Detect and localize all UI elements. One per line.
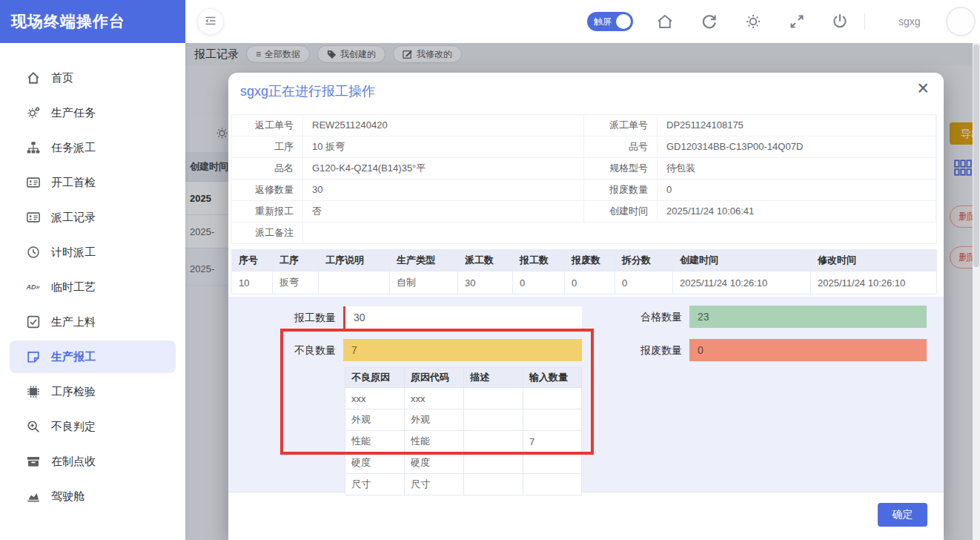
spec-model: 待包装 — [658, 158, 936, 180]
sidebar-item-label: 驾驶舱 — [51, 490, 85, 504]
info-label: 品名 — [232, 158, 303, 180]
defect-reason: 硬度 — [345, 452, 405, 474]
sidebar-item-first-inspection[interactable]: 开工首检 — [10, 166, 176, 199]
qualified-qty-label: 合格数量 — [615, 311, 682, 324]
avatar[interactable] — [946, 7, 976, 36]
defect-reason-table: 不良原因 原因代码 描述 输入数量 xxx xxx 外观 外观 — [345, 367, 582, 495]
defect-qty-field[interactable]: 7 — [343, 339, 582, 361]
sidebar-item-defect-judgement[interactable]: 不良判定 — [10, 410, 176, 443]
id-card-icon — [26, 211, 40, 225]
cell-dispatch-qty: 30 — [458, 271, 513, 294]
part-no: GD120314BB-C13P00-14Q07D — [658, 136, 936, 158]
qualified-qty-field[interactable]: 23 — [689, 306, 927, 328]
power-icon[interactable] — [831, 13, 849, 30]
check-square-icon — [26, 315, 40, 329]
input-qty-cell[interactable]: 7 — [523, 431, 582, 452]
dispatch-remark — [303, 223, 936, 244]
col-header: 描述 — [464, 368, 523, 388]
sidebar-item-label: 生产报工 — [51, 350, 96, 364]
quantity-form: 报工数量 30 合格数量 23 不良数量 7 报废数量 0 不良原因 原因代码 … — [228, 297, 944, 493]
cell-created-time: 2025/11/24 10:26:10 — [673, 271, 811, 294]
input-qty-cell[interactable] — [523, 452, 582, 474]
col-header: 生产类型 — [390, 250, 458, 271]
sidebar-item-material-loading[interactable]: 生产上料 — [10, 306, 176, 338]
defect-reason: 外观 — [345, 409, 405, 431]
sidebar-item-cockpit[interactable]: 驾驶舱 — [10, 480, 176, 513]
sidebar-item-timed-dispatch[interactable]: 计时派工 — [10, 236, 176, 269]
report-qty-label: 报工数量 — [269, 312, 336, 325]
col-header: 派工数 — [458, 250, 513, 271]
reason-code: 硬度 — [405, 452, 464, 474]
part-name: G120-K4-QZ14(B14)35°平 — [303, 158, 584, 180]
sidebar-item-production-tasks[interactable]: 生产任务 — [10, 96, 176, 129]
info-label: 品号 — [584, 136, 658, 158]
sidebar-item-wip-receiving[interactable]: 在制点收 — [10, 445, 176, 478]
cell-process-desc — [319, 271, 390, 294]
defect-row: xxx xxx — [345, 388, 582, 409]
scrap-qty-info: 0 — [658, 180, 936, 201]
id-card-icon — [26, 176, 40, 190]
home-icon — [26, 71, 40, 85]
collapse-icon — [203, 13, 218, 30]
report-qty-input[interactable]: 30 — [343, 306, 582, 329]
sidebar-item-task-dispatch[interactable]: 任务派工 — [10, 131, 176, 164]
sidebar-item-label: 临时工艺 — [51, 280, 96, 294]
cell-split-qty: 0 — [615, 271, 673, 294]
cell-scrap-qty: 0 — [565, 271, 615, 294]
sidebar-item-temp-process[interactable]: AD» 临时工艺 — [10, 271, 176, 303]
sidebar-item-label: 任务派工 — [51, 141, 96, 155]
cell-seq: 10 — [232, 271, 273, 294]
fullscreen-icon[interactable] — [788, 13, 806, 30]
info-label: 工序 — [232, 136, 303, 158]
col-header: 序号 — [232, 250, 273, 271]
process-table-header: 序号 工序 工序说明 生产类型 派工数 报工数 报废数 拆分数 创建时间 修改时… — [232, 250, 937, 271]
defect-row: 尺寸 尺寸 — [345, 474, 582, 495]
sidebar-collapse-button[interactable] — [197, 8, 224, 35]
col-header: 原因代码 — [405, 368, 464, 388]
sidebar-item-label: 开工首检 — [51, 176, 96, 190]
sidebar-item-label: 生产上料 — [51, 315, 96, 329]
scrap-qty-field[interactable]: 0 — [689, 339, 927, 361]
sidebar-item-label: 派工记录 — [51, 211, 96, 225]
col-header: 工序说明 — [319, 250, 390, 271]
cogs-icon — [26, 106, 40, 120]
home-icon[interactable] — [656, 13, 674, 30]
description — [464, 388, 523, 409]
defect-reason: 性能 — [345, 431, 405, 452]
sidebar-item-label: 工序检验 — [51, 385, 96, 399]
close-icon[interactable]: × — [917, 79, 929, 99]
sidebar-item-production-report[interactable]: 生产报工 — [10, 340, 176, 373]
re-report-flag: 否 — [303, 201, 584, 223]
scrollbar-thumb[interactable] — [973, 45, 979, 267]
input-qty-cell[interactable] — [523, 474, 582, 495]
search-plus-icon — [26, 420, 40, 434]
sidebar-item-home[interactable]: 首页 — [10, 62, 176, 94]
defect-reason: xxx — [345, 388, 405, 409]
col-header: 报工数 — [513, 250, 565, 271]
input-qty-cell[interactable] — [523, 388, 582, 409]
touch-mode-toggle[interactable]: 触屏 — [587, 12, 633, 31]
settings-icon[interactable] — [744, 13, 762, 30]
sidebar-item-dispatch-records[interactable]: 派工记录 — [10, 201, 176, 234]
info-label: 派工备注 — [232, 223, 303, 244]
topbar-divider — [864, 13, 865, 30]
sidebar-item-process-inspection[interactable]: 工序检验 — [10, 375, 176, 408]
topbar: 触屏 sgxg — [185, 0, 980, 43]
dispatch-order-no: DP251124108175 — [658, 115, 936, 136]
sidebar-item-label: 生产任务 — [51, 106, 96, 120]
col-header: 创建时间 — [673, 250, 811, 271]
touch-toggle-label: 触屏 — [594, 16, 612, 27]
col-header: 报废数 — [565, 250, 615, 271]
app-window: 现场终端操作台 首页 生产任务 任务派工 开工首检 派工记录 — [0, 0, 980, 540]
input-qty-cell[interactable] — [523, 409, 582, 431]
sticky-note-icon — [26, 350, 40, 364]
confirm-button[interactable]: 确定 — [878, 503, 927, 527]
cell-process: 扳弯 — [273, 271, 319, 294]
defect-row: 硬度 硬度 — [345, 452, 582, 474]
dialog-title: sgxg正在进行报工操作 — [240, 82, 375, 100]
scrap-qty-label: 报废数量 — [615, 344, 682, 358]
refresh-icon[interactable] — [701, 13, 718, 30]
col-header: 修改时间 — [811, 250, 937, 271]
reason-code: 外观 — [405, 409, 464, 431]
clock-icon — [26, 246, 40, 260]
